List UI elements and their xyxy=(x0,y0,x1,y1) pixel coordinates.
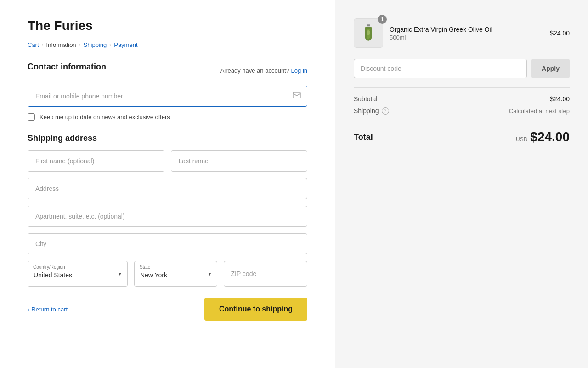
shipping-help-icon[interactable]: ? xyxy=(382,107,389,115)
shipping-label-wrap: Shipping ? xyxy=(354,107,389,115)
name-row xyxy=(28,150,307,172)
total-value-wrap: USD $24.00 xyxy=(516,130,570,144)
discount-input[interactable] xyxy=(354,59,527,78)
location-row: Country/Region United States ▼ State New… xyxy=(28,261,307,287)
email-input[interactable] xyxy=(28,86,307,107)
country-select-wrapper: Country/Region United States ▼ xyxy=(28,261,128,287)
country-select[interactable]: United States xyxy=(28,261,128,287)
return-to-cart-link[interactable]: ‹ Return to cart xyxy=(28,306,68,313)
breadcrumb-information: Information xyxy=(46,41,76,48)
return-label: Return to cart xyxy=(31,306,68,313)
breadcrumb-sep-2: › xyxy=(79,42,81,48)
product-image xyxy=(354,18,383,48)
newsletter-row: Keep me up to date on news and exclusive… xyxy=(28,113,307,121)
last-name-input[interactable] xyxy=(171,150,308,172)
breadcrumb-sep-1: › xyxy=(42,42,44,48)
breadcrumb-sep-3: › xyxy=(109,42,111,48)
state-select-wrapper: State New York ▼ xyxy=(134,261,218,287)
shipping-label: Shipping xyxy=(354,107,379,115)
svg-point-2 xyxy=(367,30,370,34)
subtotal-label: Subtotal xyxy=(354,95,377,103)
first-name-input[interactable] xyxy=(28,150,164,172)
right-panel: 1 Organic Extra Virgin Greek Olive Oil 5… xyxy=(335,0,588,368)
order-item: 1 Organic Extra Virgin Greek Olive Oil 5… xyxy=(354,18,570,48)
apply-button[interactable]: Apply xyxy=(531,59,570,78)
left-panel: The Furies Cart › Information › Shipping… xyxy=(0,0,335,368)
divider-2 xyxy=(354,122,570,122)
actions-row: ‹ Return to cart Continue to shipping xyxy=(28,298,307,321)
newsletter-label: Keep me up to date on news and exclusive… xyxy=(40,114,170,121)
shipping-row: Shipping ? Calculated at next step xyxy=(354,107,570,115)
login-link[interactable]: Log in xyxy=(291,67,307,74)
apartment-input[interactable] xyxy=(28,206,307,227)
quantity-badge: 1 xyxy=(378,15,387,24)
already-account-text: Already have an account? Log in xyxy=(220,67,307,74)
continue-to-shipping-button[interactable]: Continue to shipping xyxy=(204,298,307,321)
product-image-wrapper: 1 xyxy=(354,18,383,48)
discount-row: Apply xyxy=(354,59,570,78)
subtotal-value: $24.00 xyxy=(550,95,570,103)
product-info: Organic Extra Virgin Greek Olive Oil 500… xyxy=(390,26,543,41)
breadcrumb-cart[interactable]: Cart xyxy=(28,41,39,48)
total-currency: USD xyxy=(516,136,527,143)
total-amount: $24.00 xyxy=(530,130,570,144)
store-title: The Furies xyxy=(28,18,307,33)
email-icon xyxy=(293,92,301,100)
svg-rect-1 xyxy=(367,24,370,26)
breadcrumb: Cart › Information › Shipping › Payment xyxy=(28,41,307,48)
zip-input[interactable] xyxy=(224,261,307,287)
shipping-calc-text: Calculated at next step xyxy=(509,108,570,115)
product-name: Organic Extra Virgin Greek Olive Oil xyxy=(390,26,543,33)
shipping-section-title: Shipping address xyxy=(28,133,307,143)
chevron-left-icon: ‹ xyxy=(28,306,29,313)
total-row: Total USD $24.00 xyxy=(354,130,570,144)
city-input[interactable] xyxy=(28,233,307,254)
state-select[interactable]: New York xyxy=(134,261,218,287)
contact-section-title: Contact information xyxy=(28,62,106,72)
email-wrapper xyxy=(28,86,307,107)
zip-wrapper xyxy=(224,261,307,287)
svg-rect-0 xyxy=(293,92,300,98)
address-input[interactable] xyxy=(28,178,307,199)
breadcrumb-payment: Payment xyxy=(114,41,137,48)
breadcrumb-shipping: Shipping xyxy=(84,41,107,48)
subtotal-row: Subtotal $24.00 xyxy=(354,95,570,103)
total-label: Total xyxy=(354,132,373,142)
divider-1 xyxy=(354,87,570,88)
newsletter-checkbox[interactable] xyxy=(28,113,35,121)
product-price: $24.00 xyxy=(550,29,570,37)
product-variant: 500ml xyxy=(390,34,543,41)
